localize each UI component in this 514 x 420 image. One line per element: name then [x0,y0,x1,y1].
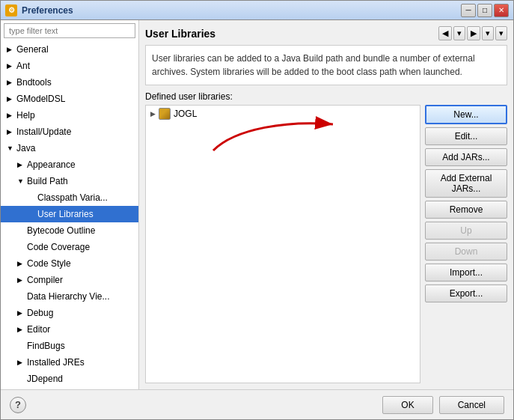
close-button[interactable]: ✕ [494,4,509,17]
description-text: User libraries can be added to a Java Bu… [152,53,475,77]
tree-item-debug[interactable]: ▶Debug [1,305,138,321]
bottom-bar: ? OK Cancel [1,389,513,419]
tree-item-label: Install/Update [16,125,71,139]
tree-item-findbugs[interactable]: FindBugs [1,338,138,354]
filter-input[interactable] [4,23,135,38]
cancel-button[interactable]: Cancel [439,396,504,414]
tree-item-label: FindBugs [27,339,65,353]
menu-button[interactable]: ▾ [495,26,507,40]
tree-item-gmodeldsl[interactable]: ▶GModelDSL [1,91,138,107]
preferences-window: ⚙ Preferences ─ □ ✕ ▶General▶Ant▶Bndtool… [0,0,514,420]
tree-arrow-icon: ▶ [17,257,25,270]
tree-item-bndtools[interactable]: ▶Bndtools [1,74,138,91]
tree-item-data-hierarchy[interactable]: Data Hierarchy Vie... [1,288,138,305]
bottom-right: OK Cancel [382,396,504,414]
tree-item-label: Installed JREs [27,356,85,369]
action-buttons: New... Edit... Add JARs... Add External … [425,105,507,383]
tree-arrow-icon: ▶ [7,43,14,56]
tree-item-editor[interactable]: ▶Editor [1,321,138,338]
tree-item-label: Code Coverage [27,240,90,254]
minimize-button[interactable]: ─ [461,4,476,17]
tree-item-installed-jres[interactable]: ▶Installed JREs [1,354,138,371]
tree-arrow-icon: ▶ [7,125,14,139]
library-icon [159,108,171,120]
description-box: User libraries can be added to a Java Bu… [145,45,507,85]
page-title: User Libraries [145,28,215,40]
library-list[interactable]: ▶ JOGL [145,105,420,383]
left-panel: ▶General▶Ant▶Bndtools▶GModelDSL▶Help▶Ins… [1,20,139,389]
tree-arrow-icon: ▼ [17,174,25,188]
titlebar: ⚙ Preferences ─ □ ✕ [1,1,513,20]
tree-item-help[interactable]: ▶Help [1,107,138,124]
add-jars-button[interactable]: Add JARs... [425,148,507,166]
tree-arrow-icon: ▶ [7,76,14,89]
right-panel: User Libraries ◀ ▾ ▶ ▾ ▾ User libraries … [139,20,513,389]
defined-label: Defined user libraries: [145,91,507,102]
back-dropdown-button[interactable]: ▾ [453,26,465,40]
up-button[interactable]: Up [425,222,507,240]
tree-item-classpath-variables[interactable]: Classpath Varia... [1,189,138,206]
tree-item-label: Classpath Varia... [37,191,108,204]
tree-item-label: Bndtools [16,76,52,89]
tree-item-label: JDepend [27,372,63,386]
edit-button[interactable]: Edit... [425,127,507,145]
maximize-button[interactable]: □ [477,4,492,17]
ok-button[interactable]: OK [382,396,432,414]
tree-item-label: Build Path [27,174,68,188]
tree-item-general[interactable]: ▶General [1,41,138,58]
main-content: ▶General▶Ant▶Bndtools▶GModelDSL▶Help▶Ins… [1,20,513,389]
tree-item-java[interactable]: ▼Java [1,140,138,156]
nav-buttons: ◀ ▾ ▶ ▾ ▾ [438,26,507,40]
tree-item-label: Java [16,141,35,155]
tree-arrow-icon: ▶ [7,59,14,73]
tree-item-label: Ant [16,59,30,73]
back-button[interactable]: ◀ [438,26,452,40]
new-button[interactable]: New... [425,105,507,124]
library-area: ▶ JOGL New... [145,105,507,383]
tree-item-ant[interactable]: ▶Ant [1,58,138,74]
lib-arrow-icon: ▶ [150,110,156,118]
tree-item-bytecode-outline[interactable]: Bytecode Outline [1,222,138,239]
tree-item-jdepend[interactable]: JDepend [1,371,138,387]
tree-arrow-icon: ▶ [7,109,14,122]
tree-item-label: User Libraries [37,207,94,221]
tree-item-label: Bytecode Outline [27,224,95,237]
tree-item-appearance[interactable]: ▶Appearance [1,156,138,173]
export-button[interactable]: Export... [425,284,507,302]
tree-item-build-path[interactable]: ▼Build Path [1,173,138,189]
tree-item-label: Appearance [27,158,76,171]
window-icon: ⚙ [5,4,17,16]
tree-item-label: Data Hierarchy Vie... [27,290,110,303]
window-title: Preferences [22,5,456,16]
forward-button[interactable]: ▶ [467,26,480,40]
add-external-jars-button[interactable]: Add External JARs... [425,169,507,198]
tree-arrow-icon: ▶ [7,92,14,106]
tree-arrow-icon: ▶ [17,273,25,287]
tree-item-label: General [16,43,49,56]
tree-item-label: GModelDSL [16,92,65,106]
tree-arrow-icon: ▶ [17,356,25,369]
tree-item-label: Help [16,109,35,122]
tree-item-compiler[interactable]: ▶Compiler [1,272,138,288]
tree-item-user-libraries[interactable]: User Libraries [1,206,138,222]
tree-arrow-icon: ▶ [17,306,25,320]
tree-item-label: Debug [27,306,53,320]
library-item-jogl[interactable]: ▶ JOGL [146,106,420,122]
tree-arrow-icon: ▶ [17,158,25,171]
tree-item-label: Compiler [27,273,63,287]
tree-arrow-icon: ▼ [7,141,14,155]
tree-item-label: Editor [27,323,50,336]
tree-item-code-style[interactable]: ▶Code Style [1,255,138,272]
bottom-left: ? [10,397,26,413]
library-name: JOGL [174,109,197,119]
help-button[interactable]: ? [10,397,26,413]
tree: ▶General▶Ant▶Bndtools▶GModelDSL▶Help▶Ins… [1,41,138,389]
tree-item-label: Code Style [27,257,71,270]
import-button[interactable]: Import... [425,264,507,281]
tree-item-install-update[interactable]: ▶Install/Update [1,124,138,140]
down-button[interactable]: Down [425,243,507,261]
tree-item-code-coverage[interactable]: Code Coverage [1,239,138,255]
forward-dropdown-button[interactable]: ▾ [482,26,494,40]
tree-arrow-icon: ▶ [17,323,25,336]
remove-button[interactable]: Remove [425,201,507,219]
